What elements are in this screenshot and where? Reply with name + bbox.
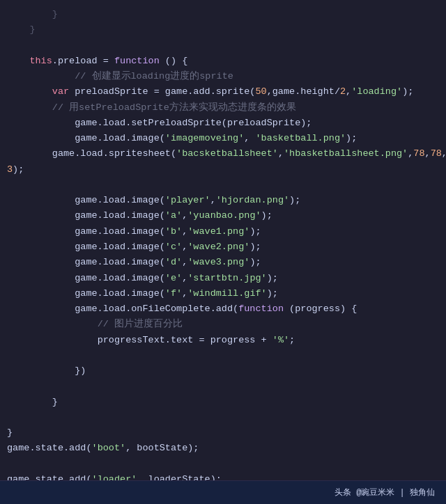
code-line-9: game.load.image('imagemoveing', 'basketb…: [0, 131, 446, 146]
code-line-19: game.load.image('f','windmill.gif');: [0, 286, 446, 301]
code-line-30: [0, 457, 446, 472]
code-line-11: 3);: [0, 162, 446, 178]
code-line-5: // 创建显示loading进度的sprite: [0, 69, 446, 84]
code-line-24: }): [0, 363, 446, 379]
code-line-14: game.load.image('a','yuanbao.png');: [0, 208, 446, 223]
code-line-2: }: [0, 22, 446, 38]
code-line-10: game.load.spritesheet('bacsketballsheet'…: [0, 146, 446, 162]
code-line-17: game.load.image('d','wave3.png');: [0, 255, 446, 270]
code-line-7: // 用setPreloadSprite方法来实现动态进度条的效果: [0, 100, 446, 116]
code-line-20: game.load.onFileComplete.add(function (p…: [0, 301, 446, 317]
code-line-16: game.load.image('c','wave2.png');: [0, 239, 446, 255]
code-editor: } } this.preload = function () { // 创建显示…: [0, 0, 446, 480]
code-line-18: game.load.image('e','startbtn.jpg');: [0, 271, 446, 286]
code-line-26: }: [0, 395, 446, 410]
code-line-21: // 图片进度百分比: [0, 317, 446, 332]
footer-text: 头条 @豌豆米米 | 独角仙: [334, 487, 435, 498]
code-line-31: game.state.add('loader', loaderState);: [0, 472, 446, 480]
code-line-25: [0, 379, 446, 394]
code-line-29: game.state.add('boot', bootState);: [0, 441, 446, 456]
code-line-23: [0, 348, 446, 363]
code-line-6: var preloadSprite = game.add.sprite(50,g…: [0, 84, 446, 100]
code-line-15: game.load.image('b','wave1.png');: [0, 224, 446, 239]
code-line-12: [0, 178, 446, 193]
footer-bar: 头条 @豌豆米米 | 独角仙: [0, 480, 446, 504]
code-line-13: game.load.image('player','hjordan.png');: [0, 193, 446, 208]
code-line-28: }: [0, 425, 446, 441]
code-line-27: [0, 410, 446, 425]
code-line-8: game.load.setPreloadSprite(preloadSprite…: [0, 116, 446, 131]
code-line-22: progressText.text = progress + '%';: [0, 333, 446, 348]
code-line-3: [0, 38, 446, 54]
code-line-1: }: [0, 7, 446, 22]
code-line-4: this.preload = function () {: [0, 54, 446, 69]
